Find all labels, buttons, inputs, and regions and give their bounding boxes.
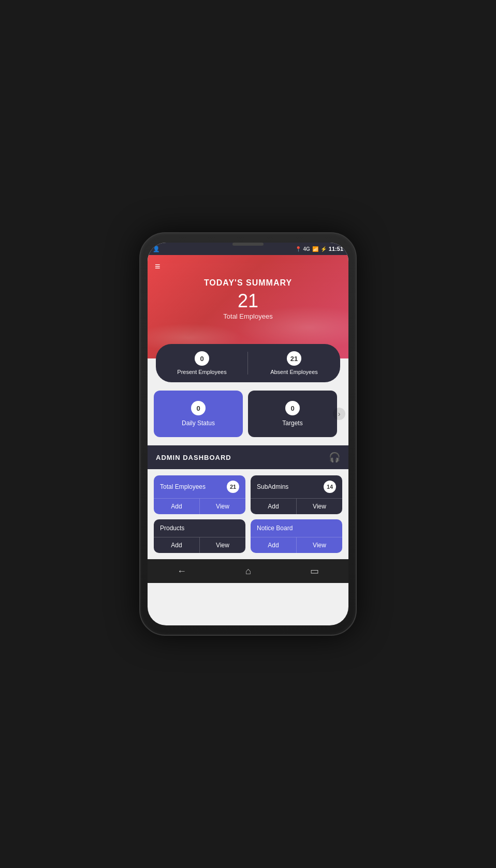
user-icon: 👤 [153, 246, 160, 252]
notice-board-add-button[interactable]: Add [251, 537, 297, 553]
home-button[interactable]: ⌂ [235, 564, 261, 579]
total-employees-label: Total Employees [155, 312, 341, 320]
total-employees-title: Total Employees [160, 483, 206, 490]
subadmins-count: 14 [324, 481, 336, 493]
absent-stat[interactable]: 21 Absent Employees [248, 344, 340, 382]
products-title: Products [160, 525, 184, 532]
present-stat[interactable]: 0 Present Employees [156, 344, 248, 382]
phone-notch [232, 243, 264, 246]
notice-board-card: Notice Board Add View [251, 519, 342, 553]
total-employees-card: Total Employees 21 Add View [154, 475, 245, 514]
subadmins-view-button[interactable]: View [297, 499, 342, 514]
status-bar-right: 📍 4G 📶 ⚡ 11:51 [295, 246, 343, 252]
products-actions: Add View [154, 537, 245, 553]
navigation-bar: ← ⌂ ▭ [148, 559, 348, 583]
subadmins-add-button[interactable]: Add [251, 499, 297, 514]
notice-board-actions: Add View [251, 537, 342, 553]
daily-status-card[interactable]: 0 Daily Status [154, 391, 243, 437]
absent-badge: 21 [287, 351, 301, 366]
battery-icon: ⚡ [320, 246, 327, 252]
total-employees-actions: Add View [154, 498, 245, 514]
products-view-button[interactable]: View [200, 537, 245, 553]
stats-pill: 0 Present Employees 21 Absent Employees [156, 344, 340, 382]
header-content: TODAY'S SUMMARY 21 Total Employees [155, 278, 341, 320]
products-add-button[interactable]: Add [154, 537, 200, 553]
total-count: 21 [155, 292, 341, 310]
scroll-right-arrow[interactable]: › [333, 408, 345, 420]
targets-badge: 0 [285, 401, 300, 415]
subadmins-actions: Add View [251, 498, 342, 514]
headset-icon: 🎧 [329, 452, 340, 463]
signal-icon: 📶 [312, 246, 318, 252]
targets-label: Targets [282, 420, 302, 427]
daily-status-badge: 0 [191, 401, 206, 415]
location-icon: 📍 [295, 246, 301, 252]
subadmins-card: SubAdmins 14 Add View [251, 475, 342, 514]
phone-frame: 👤 📍 4G 📶 ⚡ 11:51 ≡ TODAY'S SUMMARY 21 To… [139, 232, 357, 636]
phone-screen: 👤 📍 4G 📶 ⚡ 11:51 ≡ TODAY'S SUMMARY 21 To… [148, 243, 348, 625]
total-employees-count: 21 [227, 481, 239, 493]
notice-board-header: Notice Board [251, 519, 342, 537]
time-display: 11:51 [329, 246, 343, 252]
quick-cards-section: 0 Daily Status 0 Targets › [148, 382, 348, 445]
present-badge: 0 [195, 351, 209, 366]
status-bar-left-icon: 👤 [153, 246, 160, 252]
daily-status-label: Daily Status [182, 420, 215, 427]
subadmins-header: SubAdmins 14 [251, 475, 342, 498]
network-label: 4G [303, 246, 310, 252]
present-label: Present Employees [177, 369, 226, 375]
notice-board-view-button[interactable]: View [297, 537, 342, 553]
absent-label: Absent Employees [270, 369, 318, 375]
total-employees-add-button[interactable]: Add [154, 499, 200, 514]
total-employees-header: Total Employees 21 [154, 475, 245, 498]
recents-button[interactable]: ▭ [300, 563, 329, 579]
summary-title: TODAY'S SUMMARY [155, 278, 341, 288]
products-header: Products [154, 519, 245, 537]
products-card: Products Add View [154, 519, 245, 553]
back-button[interactable]: ← [167, 564, 197, 579]
app-content: ≡ TODAY'S SUMMARY 21 Total Employees 0 P… [148, 255, 348, 625]
hamburger-menu[interactable]: ≡ [155, 261, 341, 272]
dashboard-grid: Total Employees 21 Add View SubAdmins 14 [148, 469, 348, 559]
total-employees-view-button[interactable]: View [200, 499, 245, 514]
targets-card[interactable]: 0 Targets [248, 391, 337, 437]
subadmins-title: SubAdmins [257, 483, 288, 490]
admin-dashboard-title: ADMIN DASHBOARD [156, 454, 231, 461]
admin-dashboard-header: ADMIN DASHBOARD 🎧 [148, 445, 348, 469]
notice-board-title: Notice Board [257, 525, 293, 532]
header-section: ≡ TODAY'S SUMMARY 21 Total Employees [148, 255, 348, 358]
